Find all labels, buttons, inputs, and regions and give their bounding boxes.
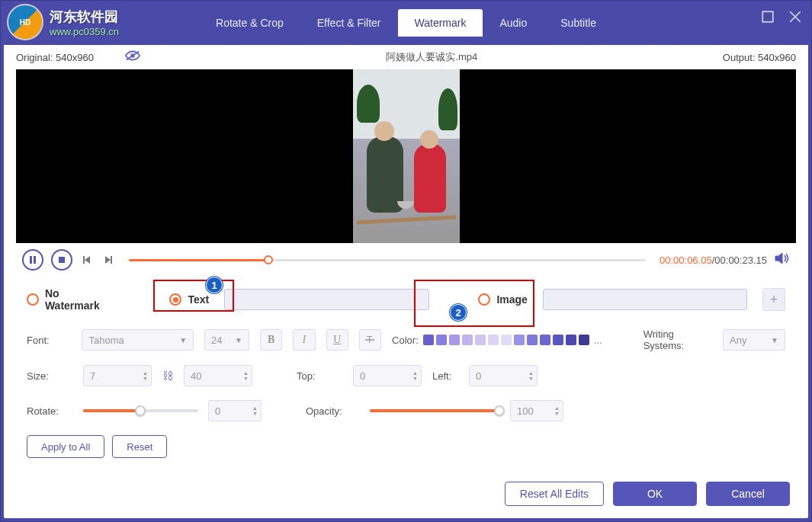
svg-marker-12: [775, 253, 782, 264]
color-swatch[interactable]: [449, 335, 460, 345]
width-spinner[interactable]: 7▲▼: [83, 365, 152, 386]
content-area: Original: 540x960 阿姨做人要诚实.mp4 Output: 54…: [4, 45, 808, 518]
opacity-spinner[interactable]: 100▲▼: [510, 400, 563, 421]
more-colors-button[interactable]: ...: [594, 335, 602, 346]
watermark-text-input[interactable]: [224, 289, 428, 310]
apply-to-all-button[interactable]: Apply to All: [27, 435, 104, 458]
svg-rect-7: [59, 257, 65, 263]
maximize-icon[interactable]: [759, 8, 776, 25]
preview-toggle-icon[interactable]: [124, 50, 141, 65]
svg-marker-10: [105, 256, 111, 264]
color-swatch[interactable]: [540, 335, 550, 345]
timeline-slider[interactable]: [129, 259, 646, 261]
svg-rect-5: [30, 256, 32, 264]
prev-frame-button[interactable]: [80, 253, 94, 267]
tab-effect-filter[interactable]: Effect & Filter: [300, 9, 398, 37]
radio-icon: [27, 293, 39, 306]
annotation-callout-1: 1: [206, 277, 223, 293]
writing-systems-label: Writing Systems:: [644, 328, 715, 351]
spinner-arrows-icon: ▲▼: [528, 370, 534, 381]
pause-button[interactable]: [22, 249, 43, 271]
video-frame: [353, 69, 460, 243]
tab-audio[interactable]: Audio: [483, 9, 544, 37]
brand: HD 河东软件园 www.pc0359.cn: [7, 4, 119, 40]
color-swatch[interactable]: [475, 335, 486, 345]
spinner-arrows-icon: ▲▼: [554, 405, 560, 416]
stop-button[interactable]: [51, 249, 72, 271]
spinner-arrows-icon: ▲▼: [243, 370, 249, 381]
left-value: 0: [476, 370, 481, 382]
top-value: 0: [360, 370, 365, 382]
watermark-type-row: No Watermark Text Image + 1 2: [4, 280, 808, 328]
top-spinner[interactable]: 0▲▼: [353, 365, 422, 386]
text-watermark-option[interactable]: Text: [169, 293, 209, 306]
top-label: Top:: [297, 370, 342, 382]
tab-rotate-crop[interactable]: Rotate & Crop: [199, 9, 300, 37]
close-icon[interactable]: [787, 8, 804, 25]
underline-button[interactable]: U: [326, 329, 348, 351]
color-swatch[interactable]: [436, 335, 447, 345]
opacity-value: 100: [517, 405, 534, 417]
rotate-slider[interactable]: [83, 409, 197, 412]
color-swatch[interactable]: [488, 335, 499, 345]
height-spinner[interactable]: 40▲▼: [184, 365, 252, 386]
tab-watermark[interactable]: Watermark: [398, 9, 483, 37]
color-swatch[interactable]: [501, 335, 512, 345]
brand-name: 河东软件园: [50, 8, 119, 26]
color-swatch[interactable]: [579, 335, 589, 345]
color-swatch[interactable]: [527, 335, 538, 345]
brand-url: www.pc0359.cn: [50, 26, 119, 37]
writing-systems-value: Any: [730, 335, 746, 346]
playback-controls: 00:00:06.05/00:00:23.15: [4, 243, 808, 280]
radio-icon: [478, 293, 490, 306]
cancel-button[interactable]: Cancel: [706, 482, 790, 506]
reset-button[interactable]: Reset: [112, 435, 167, 458]
next-frame-button[interactable]: [101, 253, 115, 267]
size-label: Size:: [27, 370, 72, 382]
volume-icon[interactable]: [775, 251, 790, 268]
height-value: 40: [191, 370, 201, 382]
color-swatches[interactable]: [423, 335, 589, 345]
color-swatch[interactable]: [514, 335, 525, 345]
spinner-arrows-icon: ▲▼: [143, 370, 148, 381]
no-watermark-option[interactable]: No Watermark: [27, 287, 117, 312]
font-size-select[interactable]: 24▼: [204, 329, 249, 351]
rotate-spinner[interactable]: 0▲▼: [208, 400, 262, 421]
image-watermark-label: Image: [496, 293, 527, 306]
chevron-down-icon: ▼: [771, 336, 778, 344]
tab-subtitle[interactable]: Subtitle: [544, 9, 613, 37]
chevron-down-icon: ▼: [235, 336, 242, 344]
color-swatch[interactable]: [423, 335, 434, 345]
watermark-image-path-input[interactable]: [543, 289, 747, 310]
color-swatch[interactable]: [462, 335, 473, 345]
spinner-arrows-icon: ▲▼: [252, 405, 258, 416]
color-swatch[interactable]: [553, 335, 563, 345]
reset-all-edits-button[interactable]: Reset All Edits: [505, 482, 604, 506]
color-swatch[interactable]: [566, 335, 576, 345]
title-bar: HD 河东软件园 www.pc0359.cn Rotate & Crop Eff…: [1, 1, 811, 45]
spinner-arrows-icon: ▲▼: [412, 370, 418, 381]
svg-rect-6: [34, 256, 36, 264]
font-family-value: Tahoma: [88, 335, 124, 346]
strikethrough-button[interactable]: T: [359, 329, 381, 351]
ok-button[interactable]: OK: [613, 482, 697, 506]
writing-systems-select[interactable]: Any▼: [723, 329, 785, 351]
output-size-label: Output: 540x960: [723, 52, 796, 63]
file-name: 阿姨做人要诚实.mp4: [141, 50, 723, 64]
text-watermark-label: Text: [188, 293, 209, 306]
image-watermark-option[interactable]: Image: [478, 293, 527, 306]
tab-bar: Rotate & Crop Effect & Filter Watermark …: [199, 9, 613, 37]
time-current: 00:00:06.05: [660, 255, 712, 266]
annotation-callout-2: 2: [450, 304, 467, 321]
left-spinner[interactable]: 0▲▼: [469, 365, 538, 386]
bold-button[interactable]: B: [260, 329, 282, 351]
time-duration: 00:00:23.15: [714, 255, 767, 266]
font-family-select[interactable]: Tahoma▼: [82, 329, 194, 351]
opacity-slider[interactable]: [370, 409, 499, 412]
radio-icon: [169, 293, 181, 306]
add-image-button[interactable]: +: [762, 288, 785, 311]
svg-marker-9: [85, 256, 90, 264]
parameters: Font: Tahoma▼ 24▼ B I U T Color: ...: [4, 328, 808, 421]
link-aspect-icon[interactable]: ⛓: [162, 370, 173, 382]
italic-button[interactable]: I: [293, 329, 315, 351]
